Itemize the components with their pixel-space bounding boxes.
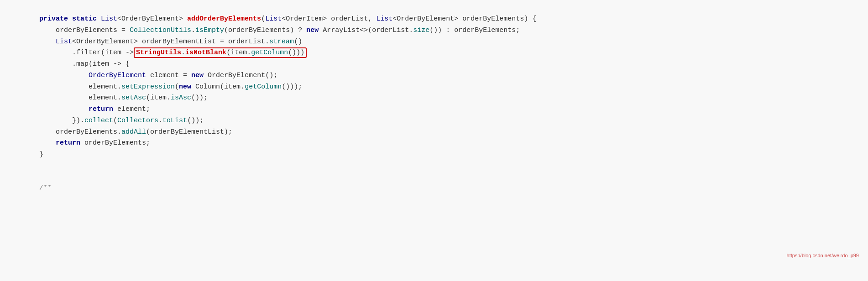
add-all-arg: (orderByElementList);: [146, 128, 232, 136]
footer-url: https://blog.csdn.net/weirdo_p99: [787, 252, 859, 260]
element-assign: element =: [146, 72, 191, 79]
is-asc-open: (item.: [146, 94, 171, 102]
keyword-new-2: new: [191, 72, 208, 79]
collect-open: (: [113, 117, 117, 125]
size-call: size: [413, 26, 429, 34]
code-line-2: orderByElements = CollectionUtils.isEmpt…: [23, 25, 845, 36]
param-2: <OrderByElement> orderByElements) {: [392, 15, 536, 23]
ternary-2: ()) : orderByElements;: [429, 26, 520, 34]
dot1: .: [191, 26, 195, 34]
set-asc: setAsc: [121, 94, 146, 102]
add-all-call: addAll: [121, 128, 146, 136]
code-line-blank-2: [23, 172, 845, 183]
code-line-blank-1: [23, 161, 845, 172]
element-dot-1: element.: [89, 83, 121, 91]
keyword-new-3: new: [179, 83, 195, 91]
set-expression: setExpression: [121, 83, 175, 91]
type-list-3: List: [376, 15, 392, 23]
keyword-return-2: return: [56, 139, 84, 147]
is-not-blank: isNotBlank: [185, 49, 226, 57]
type-list: List: [101, 15, 117, 23]
params-open: (: [261, 15, 265, 23]
add-all: orderByElements.: [56, 128, 121, 136]
arraylist: ArrayList<>(orderList.: [323, 26, 413, 34]
keyword-return-1: return: [89, 105, 117, 113]
get-column-2: getColumn: [245, 83, 282, 91]
code-line-12: return orderByElements;: [23, 138, 845, 149]
dot3: .: [158, 117, 162, 125]
string-utils: StringUtils: [136, 49, 181, 57]
collectors: Collectors: [117, 117, 158, 125]
code-line-4: .filter(item ->StringUtils.isNotBlank(it…: [23, 47, 845, 59]
type-list-2: List: [265, 15, 282, 23]
list-decl: <OrderByElement> orderByElementList = or…: [72, 38, 269, 46]
type-param-1: <OrderByElement>: [117, 15, 187, 23]
set-expr-close: ()));: [282, 83, 302, 91]
code-line-13: }: [23, 149, 845, 161]
new-column-open: (: [175, 83, 179, 91]
is-asc: isAsc: [171, 94, 191, 102]
close-brace-method: }: [39, 151, 43, 158]
code-container: private static List<OrderByElement> addO…: [0, 0, 868, 265]
map-close: }).: [72, 117, 84, 125]
to-list: toList: [162, 117, 187, 125]
paren-open: (item.: [226, 49, 251, 57]
ternary-1: (orderByElements) ?: [224, 26, 306, 34]
dot2: .: [181, 49, 185, 57]
collection-utils: CollectionUtils: [130, 26, 191, 34]
param-1: <OrderItem> orderList,: [282, 15, 376, 23]
collect-close: ());: [187, 117, 204, 125]
column-new: Column(item.: [195, 83, 245, 91]
javadoc-start: /**: [39, 184, 52, 192]
filter-prefix: .filter(item ->: [72, 49, 134, 57]
type-order-element: OrderByElement: [89, 72, 146, 79]
type-list-4: List: [56, 38, 72, 46]
method-name: addOrderByElements: [187, 15, 261, 23]
new-order-element: OrderByElement();: [208, 72, 277, 79]
keyword-private: private static: [39, 15, 101, 23]
code-line-3: List<OrderByElement> orderByElementList …: [23, 36, 845, 48]
set-asc-close: ());: [191, 94, 208, 102]
highlighted-expression: StringUtils.isNotBlank(item.getColumn())…: [134, 47, 307, 58]
keyword-new-1: new: [306, 26, 323, 34]
var-assign: orderByElements =: [56, 26, 130, 34]
code-line-comment: /**: [23, 183, 845, 194]
filter-close: ())): [288, 49, 304, 57]
code-line-1: private static List<OrderByElement> addO…: [23, 14, 845, 25]
element-dot-2: element.: [89, 94, 121, 102]
stream-call: stream: [269, 38, 294, 46]
collect-call: collect: [84, 117, 113, 125]
return-element: element;: [117, 105, 150, 113]
code-line-5: .map(item -> {: [23, 59, 845, 70]
is-empty: isEmpty: [195, 26, 224, 34]
get-column-1: getColumn: [251, 49, 288, 57]
code-line-11: orderByElements.addAll(orderByElementLis…: [23, 127, 845, 138]
code-line-9: return element;: [23, 104, 845, 115]
return-order-by: orderByElements;: [84, 139, 150, 147]
code-line-8: element.setAsc(item.isAsc());: [23, 93, 845, 104]
stream-parens: (): [294, 38, 302, 46]
code-line-6: OrderByElement element = new OrderByElem…: [23, 70, 845, 82]
code-line-7: element.setExpression(new Column(item.ge…: [23, 82, 845, 93]
code-line-10: }).collect(Collectors.toList());: [23, 115, 845, 127]
map-call: .map(item -> {: [72, 60, 130, 68]
